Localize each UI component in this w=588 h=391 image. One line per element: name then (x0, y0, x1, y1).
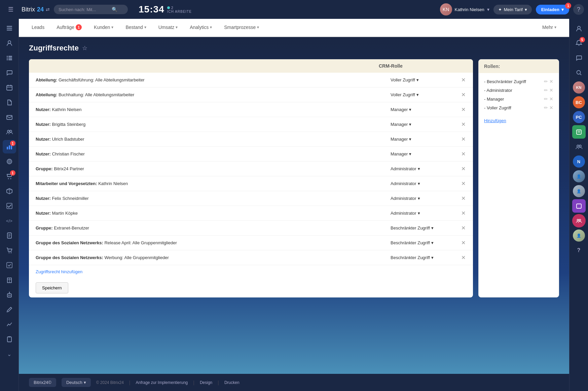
tab-umsatz[interactable]: Umsatz ▾ (152, 19, 184, 37)
sidebar-icon-code[interactable]: </> (3, 214, 16, 227)
role-dropdown-8[interactable]: Administrator ▾ (391, 196, 420, 201)
sidebar-icon-contacts[interactable] (3, 125, 16, 139)
role-dropdown-2[interactable]: Manager ▾ (391, 107, 411, 112)
role-dropdown-10[interactable]: Beschränkter Zugriff ▾ (391, 225, 434, 230)
role-edit-button-0[interactable]: ✏ (544, 79, 548, 84)
delete-button-5[interactable]: ✕ (461, 150, 466, 158)
tab-mehr[interactable]: Mehr ▾ (536, 19, 562, 37)
footer-link-implementation[interactable]: Anfrage zur Implementierung (136, 380, 188, 385)
tab-auftraege[interactable]: Aufträge 1 (50, 19, 88, 37)
role-edit-button-3[interactable]: ✏ (544, 105, 548, 110)
footer-link-print[interactable]: Drucken (224, 380, 240, 385)
rs-team2-icon[interactable] (572, 214, 586, 227)
tab-smartprozesse[interactable]: Smartprozesse ▾ (218, 19, 265, 37)
delete-button-7[interactable]: ✕ (461, 180, 466, 187)
svg-rect-53 (577, 204, 581, 208)
delete-button-4[interactable]: ✕ (461, 135, 466, 143)
rs-pc-avatar[interactable]: PC (573, 111, 585, 123)
delete-button-0[interactable]: ✕ (461, 76, 466, 84)
rs-photo-avatar-2[interactable]: 👤 (573, 185, 585, 197)
role-dropdown-9[interactable]: Administrator ▾ (391, 211, 420, 216)
sidebar-icon-building[interactable] (3, 273, 16, 287)
brand-arrows-icon[interactable]: ⇄ (46, 7, 50, 12)
rs-crm-icon[interactable] (572, 22, 586, 35)
rs-search-icon[interactable] (572, 66, 586, 79)
role-dropdown-12[interactable]: Beschränkter Zugriff ▾ (391, 255, 434, 260)
user-section[interactable]: KN Kathrin Nielsen ▾ (440, 3, 489, 15)
role-delete-button-1[interactable]: ✕ (549, 87, 553, 93)
delete-button-1[interactable]: ✕ (461, 91, 466, 99)
help-icon[interactable]: ? (573, 4, 584, 15)
rs-chat-icon[interactable] (572, 51, 586, 65)
role-dropdown-3[interactable]: Manager ▾ (391, 122, 411, 127)
role-dropdown-0[interactable]: Voller Zugriff ▾ (391, 77, 419, 82)
delete-button-11[interactable]: ✕ (461, 239, 466, 247)
sidebar-icon-store[interactable]: 1 (3, 170, 16, 183)
rs-green-icon[interactable] (572, 125, 586, 139)
role-dropdown-1[interactable]: Voller Zugriff ▾ (391, 92, 419, 97)
sidebar-icon-feed[interactable] (3, 22, 16, 35)
delete-button-10[interactable]: ✕ (461, 224, 466, 232)
rs-user-avatar-1[interactable]: KN (573, 81, 585, 94)
delete-button-9[interactable]: ✕ (461, 209, 466, 217)
footer-brand-button[interactable]: Bitrix24© (29, 378, 56, 387)
footer-link-design[interactable]: Design (200, 380, 212, 385)
delete-button-6[interactable]: ✕ (461, 165, 466, 173)
favorite-star-button[interactable]: ☆ (82, 44, 87, 52)
rs-bottom-avatar[interactable]: 👤 (573, 229, 585, 242)
role-edit-button-1[interactable]: ✏ (544, 87, 548, 93)
sidebar-icon-clipboard[interactable] (3, 332, 16, 346)
rs-help-icon[interactable]: ? (572, 244, 586, 257)
rs-purple-icon[interactable] (572, 199, 586, 213)
tab-leads[interactable]: Leads (26, 19, 50, 37)
role-dropdown-6[interactable]: Administrator ▾ (391, 166, 420, 171)
sidebar-icon-chart[interactable] (3, 318, 16, 331)
search-input[interactable] (59, 7, 109, 12)
sidebar-icon-crm-active[interactable]: 1 (3, 140, 16, 153)
role-dropdown-11[interactable]: Beschränkter Zugriff ▾ (391, 240, 434, 245)
role-dropdown-5[interactable]: Manager ▾ (391, 151, 411, 156)
rs-bell-icon[interactable]: 5 (572, 36, 586, 50)
role-edit-button-2[interactable]: ✏ (544, 96, 548, 102)
role-dropdown-4[interactable]: Manager ▾ (391, 137, 411, 142)
tab-bestand[interactable]: Bestand ▾ (119, 19, 152, 37)
role-dropdown-7[interactable]: Administrator ▾ (391, 181, 420, 186)
tab-analytics[interactable]: Analytics ▾ (184, 19, 218, 37)
invite-button[interactable]: Einladen ▾ (536, 5, 569, 14)
add-access-right-link[interactable]: Zugriffsrecht hinzufügen (29, 265, 473, 278)
sidebar-icon-mail[interactable] (3, 110, 16, 124)
tab-kunden[interactable]: Kunden ▾ (88, 19, 119, 37)
save-button[interactable]: Speichern (36, 282, 68, 293)
role-delete-button-3[interactable]: ✕ (549, 105, 553, 110)
rs-n-avatar[interactable]: N (573, 155, 585, 168)
delete-button-8[interactable]: ✕ (461, 194, 466, 202)
sidebar-icon-invoice[interactable] (3, 229, 16, 242)
hamburger-menu-icon[interactable]: ☰ (4, 3, 17, 16)
sidebar-icon-cart[interactable] (3, 244, 16, 257)
sidebar-icon-target[interactable] (3, 155, 16, 168)
rs-team-icon[interactable] (572, 140, 586, 153)
roles-add-link[interactable]: Hinzufügen (479, 116, 559, 127)
svg-rect-38 (7, 294, 11, 297)
search-box[interactable]: 🔍 (54, 5, 128, 14)
delete-button-2[interactable]: ✕ (461, 106, 466, 113)
sidebar-icon-box[interactable] (3, 184, 16, 198)
sidebar-icon-robot[interactable] (3, 288, 16, 301)
tariff-button[interactable]: ✦ Mein Tarif ▾ (493, 5, 532, 14)
sidebar-icon-lists[interactable] (3, 51, 16, 65)
footer-language-button[interactable]: Deutsch ▾ (62, 378, 91, 387)
sidebar-icon-checklist[interactable] (3, 258, 16, 272)
sidebar-icon-chat[interactable] (3, 66, 16, 79)
sidebar-icon-docs[interactable] (3, 96, 16, 109)
sidebar-expand-icon[interactable]: ⌄ (3, 347, 16, 361)
sidebar-icon-tasks[interactable] (3, 199, 16, 213)
sidebar-icon-calendar[interactable] (3, 81, 16, 94)
delete-button-12[interactable]: ✕ (461, 254, 466, 261)
rs-photo-avatar-1[interactable]: 👤 (573, 170, 585, 182)
role-delete-button-0[interactable]: ✕ (549, 79, 553, 84)
rs-bc-avatar[interactable]: BC (573, 96, 585, 108)
role-delete-button-2[interactable]: ✕ (549, 96, 553, 102)
sidebar-icon-crm[interactable] (3, 36, 16, 50)
sidebar-icon-pen[interactable] (3, 303, 16, 316)
delete-button-3[interactable]: ✕ (461, 120, 466, 128)
